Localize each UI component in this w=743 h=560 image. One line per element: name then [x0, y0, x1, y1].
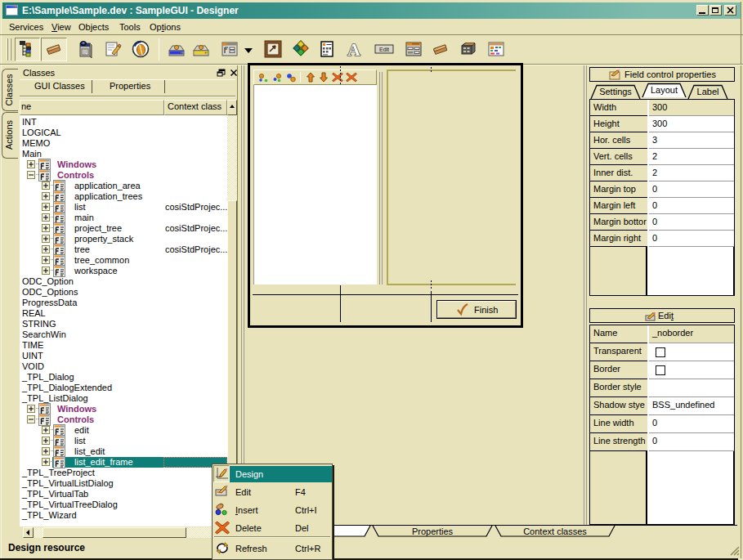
svg-text:Edit: Edit [379, 47, 389, 52]
svg-text:A: A [347, 39, 360, 59]
